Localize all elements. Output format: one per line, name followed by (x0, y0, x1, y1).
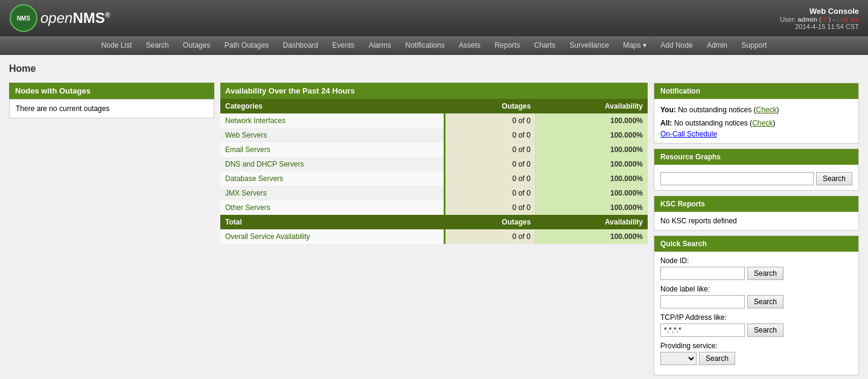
resource-search-button[interactable]: Search (816, 172, 852, 185)
overall-name: Overall Service Availability (220, 229, 445, 244)
header: NMS openNMS® Web Console User: admin (0!… (0, 0, 868, 36)
table-row: DNS and DHCP Servers 0 of 0 100.000% (220, 157, 648, 171)
you-check-link[interactable]: Check (756, 106, 777, 114)
user-info: User: admin (0!!) - Log out (780, 16, 859, 23)
node-id-search-button[interactable]: Search (747, 267, 783, 280)
total-avail-col: Availability (535, 215, 648, 229)
nav-admin[interactable]: Admin (701, 36, 733, 54)
content-layout: Nodes with Outages There are no current … (9, 83, 859, 379)
availability-table: Availability Over the Past 24 Hours Cate… (220, 83, 648, 244)
overall-link[interactable]: Overall Service Availability (225, 232, 310, 241)
ksc-reports-header: KSC Reports (654, 196, 858, 212)
node-label-label: Node label like: (660, 285, 852, 293)
you-text: No outstanding notices (678, 106, 752, 114)
nav-alarms[interactable]: Alarms (363, 36, 397, 54)
nav-charts[interactable]: Charts (528, 36, 561, 54)
oncall-link[interactable]: On-Call Schedule (660, 130, 717, 138)
category-name: Network Interfaces (220, 113, 445, 128)
outages-panel-body: There are no current outages (9, 99, 214, 118)
qs-tcp-input-row: Search (660, 323, 852, 337)
nav-node-list[interactable]: Node List (95, 36, 138, 54)
nav-notifications[interactable]: Notifications (399, 36, 450, 54)
outages-cell: 0 of 0 (445, 157, 536, 171)
console-title: Web Console (780, 7, 859, 16)
nav-surveillance[interactable]: Surveillance (563, 36, 614, 54)
table-title-row: Availability Over the Past 24 Hours (220, 83, 648, 99)
tcp-label: TCP/IP Address like: (660, 313, 852, 322)
total-row: Total Outages Availability (220, 215, 648, 229)
outages-cell: 0 of 0 (445, 171, 536, 186)
category-name: JMX Servers (220, 186, 445, 200)
category-name: Database Servers (220, 171, 445, 186)
all-label: All: (660, 119, 672, 127)
availability-cell: 100.000% (535, 186, 648, 200)
notification-panel: Notification You: No outstanding notices… (654, 83, 859, 144)
overall-row: Overall Service Availability 0 of 0 100.… (220, 229, 648, 244)
quick-search-header: Quick Search (654, 236, 858, 252)
you-label: You: (660, 106, 676, 114)
availability-cell: 100.000% (535, 113, 648, 128)
nav-events[interactable]: Events (327, 36, 361, 54)
table-row: Network Interfaces 0 of 0 100.000% (220, 113, 648, 128)
availability-tbody: Network Interfaces 0 of 0 100.000% Web S… (220, 113, 648, 215)
outages-cell: 0 of 0 (445, 128, 536, 142)
node-label-search-button[interactable]: Search (747, 295, 783, 308)
nav-search[interactable]: Search (140, 36, 175, 54)
header-right: Web Console User: admin (0!!) - Log out … (780, 7, 859, 30)
outages-cell: 0 of 0 (445, 186, 536, 200)
availability-cell: 100.000% (535, 142, 648, 157)
notices-link[interactable]: 0!! (822, 16, 829, 23)
nav-maps[interactable]: Maps ▾ (617, 36, 653, 54)
col-availability: Availability (535, 99, 648, 113)
user-name: admin (797, 16, 817, 23)
service-select[interactable] (660, 352, 697, 365)
qs-service-row: Providing service: Search (660, 342, 852, 365)
notification-you: You: No outstanding notices (Check) (660, 104, 852, 117)
nav-bar: Node List Search Outages Path Outages Da… (0, 36, 868, 55)
logo-icon: NMS (9, 4, 38, 33)
col-header-row: Categories Outages Availability (220, 99, 648, 113)
nav-outages[interactable]: Outages (177, 36, 216, 54)
datetime: 2014-4-15 11:54 CST (780, 23, 859, 30)
nav-dashboard[interactable]: Dashboard (277, 36, 325, 54)
nav-assets[interactable]: Assets (453, 36, 487, 54)
outages-cell: 0 of 0 (445, 142, 536, 157)
svg-text:NMS: NMS (17, 15, 31, 22)
nav-path-outages[interactable]: Path Outages (219, 36, 275, 54)
tcp-input[interactable] (660, 323, 745, 337)
ksc-reports-panel: KSC Reports No KSC reports defined (654, 196, 859, 231)
service-search-button[interactable]: Search (699, 352, 735, 365)
table-row: Other Servers 0 of 0 100.000% (220, 200, 648, 215)
qs-tcp-row: TCP/IP Address like: Search (660, 313, 852, 337)
left-column: Nodes with Outages There are no current … (9, 83, 214, 379)
qs-node-label-row: Node label like: Search (660, 285, 852, 308)
middle-column: Availability Over the Past 24 Hours Cate… (220, 83, 648, 379)
qs-node-id-input-row: Search (660, 267, 852, 280)
table-row: Email Servers 0 of 0 100.000% (220, 142, 648, 157)
user-label: User: (780, 16, 797, 23)
resource-search-row: Search (660, 172, 852, 185)
overall-outages: 0 of 0 (445, 229, 536, 244)
resource-search-input[interactable] (660, 172, 814, 185)
no-outages-text: There are no current outages (16, 104, 109, 113)
all-check-link[interactable]: Check (752, 119, 773, 127)
tcp-search-button[interactable]: Search (747, 323, 783, 337)
logout-link[interactable]: Log out (837, 16, 859, 23)
category-name: DNS and DHCP Servers (220, 157, 445, 171)
overall-avail: 100.000% (535, 229, 648, 244)
notification-all: All: No outstanding notices (Check) (660, 117, 852, 130)
service-label: Providing service: (660, 342, 852, 350)
category-name: Web Servers (220, 128, 445, 142)
logo-area: NMS openNMS® (9, 4, 110, 33)
col-outages: Outages (445, 99, 536, 113)
nav-support[interactable]: Support (735, 36, 773, 54)
table-row: Database Servers 0 of 0 100.000% (220, 171, 648, 186)
ksc-reports-body: No KSC reports defined (654, 212, 858, 230)
category-name: Other Servers (220, 200, 445, 215)
nav-reports[interactable]: Reports (488, 36, 526, 54)
main-content: Home Nodes with Outages There are no cur… (0, 55, 868, 379)
node-id-input[interactable] (660, 267, 745, 280)
nav-add-node[interactable]: Add Node (654, 36, 698, 54)
node-label-input[interactable] (660, 295, 745, 308)
quick-search-panel: Quick Search Node ID: Search Node label … (654, 235, 859, 375)
